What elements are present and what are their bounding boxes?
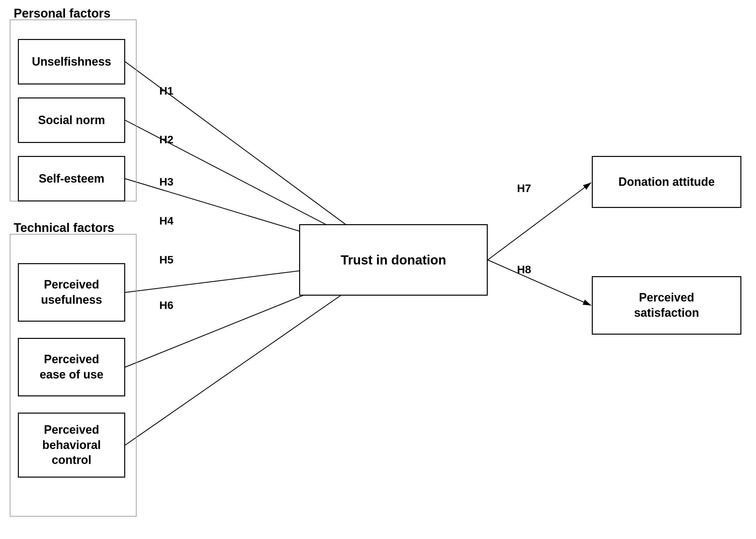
perceived-usefulness-box: Perceivedusefulness bbox=[18, 263, 125, 322]
self-esteem-box: Self-esteem bbox=[18, 156, 125, 201]
h5-label: H5 bbox=[159, 254, 173, 266]
social-norm-box: Social norm bbox=[18, 98, 125, 143]
trust-in-donation-label: Trust in donation bbox=[341, 252, 446, 269]
perceived-behavioral-control-box: Perceivedbehavioralcontrol bbox=[18, 413, 125, 478]
unselfishness-label: Unselfishness bbox=[32, 54, 111, 69]
h6-label: H6 bbox=[159, 299, 173, 312]
perceived-ease-of-use-box: Perceivedease of use bbox=[18, 338, 125, 396]
perceived-behavioral-control-label: Perceivedbehavioralcontrol bbox=[42, 423, 101, 468]
perceived-satisfaction-box: Perceivedsatisfaction bbox=[592, 276, 741, 335]
h2-label: H2 bbox=[159, 133, 173, 146]
perceived-usefulness-label: Perceivedusefulness bbox=[41, 277, 102, 308]
diagram-container: Personal factors Technical factors Unsel… bbox=[0, 0, 756, 539]
donation-attitude-label: Donation attitude bbox=[618, 175, 715, 190]
h4-label: H4 bbox=[159, 214, 173, 227]
h3-label: H3 bbox=[159, 176, 173, 188]
perceived-ease-of-use-label: Perceivedease of use bbox=[40, 352, 103, 382]
h8-label: H8 bbox=[517, 263, 531, 276]
h7-label: H7 bbox=[517, 182, 531, 194]
perceived-satisfaction-label: Perceivedsatisfaction bbox=[634, 290, 699, 321]
social-norm-label: Social norm bbox=[38, 113, 105, 128]
technical-factors-label: Technical factors bbox=[14, 221, 115, 235]
self-esteem-label: Self-esteem bbox=[39, 171, 104, 187]
trust-in-donation-box: Trust in donation bbox=[299, 224, 488, 296]
unselfishness-box: Unselfishness bbox=[18, 39, 125, 85]
svg-line-7 bbox=[488, 183, 591, 260]
svg-line-8 bbox=[488, 260, 591, 305]
donation-attitude-box: Donation attitude bbox=[592, 156, 741, 208]
h1-label: H1 bbox=[159, 85, 173, 97]
personal-factors-label: Personal factors bbox=[14, 7, 111, 21]
